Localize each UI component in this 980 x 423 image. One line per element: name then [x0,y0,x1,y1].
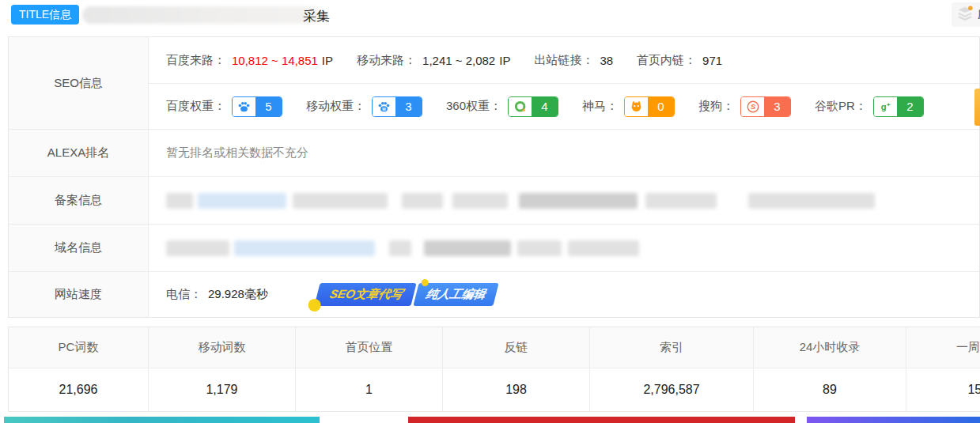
metric-unit: IP [322,54,333,67]
360-circle-icon [509,97,532,116]
svg-text:g: g [881,102,887,111]
metric-label: 出站链接： [534,53,593,68]
title-info-badge: TITLE信息 [11,5,79,25]
row-label: 备案信息 [9,177,149,224]
redacted-block [519,193,638,209]
redacted-block [517,240,562,256]
sogou-weight-metric: 搜狗： S 3 [698,96,791,117]
sogou-weight-badge[interactable]: S 3 [740,96,791,117]
weights-subrow: 百度权重： 5 移动权重： [149,83,979,129]
stats-value-24h: 89 [754,368,906,411]
redacted-block [748,193,875,209]
baidu-weight-badge[interactable]: 5 [232,96,282,117]
weight-value: 0 [648,97,674,116]
svg-text:+: + [887,101,891,108]
redacted-block [452,193,508,209]
svg-text:S: S [750,103,755,111]
weight-value: 3 [395,97,422,116]
traffic-subrow: 百度来路： 10,812 ~ 14,851 IP 移动来路： 1,241 ~ 2… [149,37,979,83]
yellow-dot-decoration [308,299,321,312]
mobile-weight-metric: 移动权重： M 3 [306,96,422,117]
page-header: TITLE信息 采集 应 [0,0,980,33]
bottom-banner-red[interactable] [408,417,795,423]
metric-label: 百度来路： [166,53,225,68]
stats-header-index: 索引 [590,327,754,368]
ad-banner-right-text: 纯人工编辑 [413,283,498,306]
homepage-inlinks-metric: 首页内链： 971 [637,53,722,68]
row-icp: 备案信息 [9,177,979,225]
bottom-banner-purple[interactable] [807,417,980,423]
stats-header-home-rank: 首页位置 [296,327,443,368]
row-alexa: ALEXA排名 暂无排名或相关数据不充分 [9,130,979,177]
outbound-links-metric: 出站链接： 38 [534,53,613,68]
google-pr-badge[interactable]: g + 2 [873,96,924,117]
title-suffix-text: 采集 [303,7,330,25]
shenma-weight-badge[interactable]: 0 [624,96,675,117]
metric-value: 38 [600,54,613,67]
redacted-block [198,193,286,209]
stats-header-mobile-words: 移动词数 [149,327,296,368]
redacted-title-block [82,6,320,24]
redacted-block [389,240,411,256]
baidu-paw-icon [233,97,255,116]
alexa-value: 暂无排名或相关数据不充分 [149,130,979,176]
baidu-mobile-paw-icon: M [373,97,395,116]
stats-value-week: 15,6 [906,368,980,411]
metric-label: 神马： [582,99,618,114]
metric-label: 首页内链： [637,53,696,68]
weight-value: 3 [764,97,790,116]
google-pr-metric: 谷歌PR： g + 2 [815,96,924,117]
redacted-block [293,193,388,209]
row-label: ALEXA排名 [9,130,149,176]
ad-banner-left-text: SEO文章代写 [314,283,416,306]
side-floating-widget[interactable] [974,89,980,126]
redacted-icp-content [166,193,875,209]
stats-value-index: 2,796,587 [590,368,754,411]
svg-text:M: M [382,107,386,111]
stats-header-pc-words: PC词数 [9,327,149,368]
seo-writing-ad-banner[interactable]: SEO文章代写 纯人工编辑 [314,283,498,306]
keyword-stats-table: PC词数 移动词数 首页位置 反链 索引 24小时收录 一周收录 21,696 … [8,327,980,412]
metric-label: 360权重： [446,99,501,114]
row-domain: 域名信息 [9,225,979,272]
layers-icon [956,5,974,25]
google-plus-icon: g + [874,97,897,116]
carrier-label: 电信： [166,287,202,302]
row-seo-info: SEO信息 百度来路： 10,812 ~ 14,851 IP 移动来路： 1,2… [9,37,979,130]
stats-header-week: 一周收录 [906,327,980,368]
metric-label: 搜狗： [698,99,734,114]
redacted-block [234,240,375,256]
seo-info-table: SEO信息 百度来路： 10,812 ~ 14,851 IP 移动来路： 1,2… [8,36,980,318]
redacted-block [568,240,639,256]
row-label: SEO信息 [9,37,149,129]
weight-value: 4 [532,97,558,116]
stats-header-backlinks: 反链 [443,327,590,368]
shenma-weight-metric: 神马： 0 [582,96,675,117]
metric-label: 百度权重： [166,99,225,114]
redacted-block [645,193,717,209]
stats-value-backlinks: 198 [443,368,590,411]
row-label: 域名信息 [9,225,149,271]
metric-label: 谷歌PR： [815,99,867,114]
stats-value-mobile-words: 1,179 [149,368,296,411]
baidu-weight-metric: 百度权重： 5 [166,96,282,117]
bottom-banner-teal[interactable] [4,417,320,423]
stats-value-home-rank: 1 [296,368,443,411]
corner-app-widget[interactable]: 应 [952,2,980,27]
mobile-traffic-metric: 移动来路： 1,241 ~ 2,082 IP [357,53,510,68]
row-label: 网站速度 [9,272,149,317]
redacted-block [424,240,511,256]
baidu-traffic-metric: 百度来路： 10,812 ~ 14,851 IP [166,53,333,68]
metric-label: 移动权重： [306,99,365,114]
stats-value-pc-words: 21,696 [9,368,149,411]
metric-value: 10,812 ~ 14,851 [232,54,318,67]
redacted-block [166,193,193,209]
yellow-dot-decoration [422,279,429,286]
mobile-weight-badge[interactable]: M 3 [372,96,422,117]
360-weight-badge[interactable]: 4 [508,96,558,117]
metric-label: 移动来路： [357,53,416,68]
metric-unit: IP [499,54,510,67]
weight-value: 2 [897,97,923,116]
redacted-block [166,240,229,256]
metric-value: 1,241 ~ 2,082 [422,54,495,67]
